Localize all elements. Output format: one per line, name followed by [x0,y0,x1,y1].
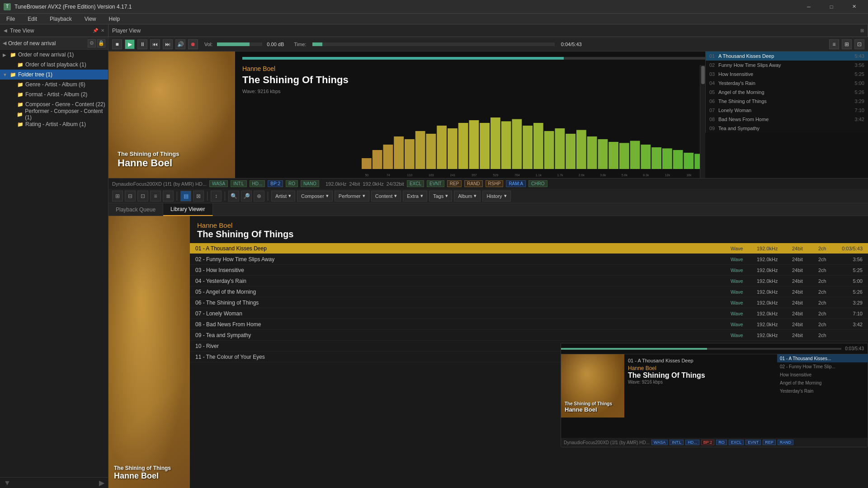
tb-composer-dropdown[interactable]: Composer▾ [297,191,333,202]
menu-view[interactable]: View [82,15,99,23]
tb-tags-dropdown[interactable]: Tags▾ [429,191,452,202]
tb-album-dropdown[interactable]: Album▾ [454,191,481,202]
chip-rama: RAM:A [506,180,526,187]
close-button[interactable]: ✕ [844,0,864,14]
track-row-5[interactable]: 05 - Angel of the Morning Wave 192.0kHz … [190,286,868,297]
mp-track-3[interactable]: How Insensitive [777,371,868,379]
track-row-2[interactable]: 02 - Funny How Time Slips Away Wave 192.… [190,254,868,265]
spectrum-svg: 50741101632413575297641.1k1.7k2.6k3.8k5.… [362,115,705,178]
track-row-1[interactable]: 01 - A Thousand Kisses Deep Wave 192.0kH… [190,243,868,254]
tb-btn-search[interactable]: 🔍 [228,191,239,202]
view-toggle-1[interactable]: ≡ [829,39,839,49]
record-button[interactable]: ⏺ [188,39,198,49]
tree-lock-icon[interactable]: 🔒 [97,39,105,47]
tb-btn-3[interactable]: ⊡ [137,191,148,202]
tb-content-dropdown[interactable]: Content▾ [371,191,401,202]
tb-btn-active[interactable]: ▤ [180,191,191,202]
track-row-9[interactable]: 09 - Tea and Sympathy Wave 192.0kHz 24bi… [190,330,868,341]
tlo-item-8[interactable]: 08 Bad News From Home 3:42 [706,115,868,124]
minimize-button[interactable]: ─ [798,0,819,14]
tb-btn-1[interactable]: ⊞ [112,191,123,202]
track-row-7[interactable]: 07 - Lonely Woman Wave 192.0kHz 24bit 2c… [190,308,868,319]
tb-btn-7[interactable]: ⊠ [193,191,204,202]
next-button[interactable]: ⏭ [163,39,173,49]
view-toggle-2[interactable]: ⊞ [842,39,852,49]
tree-item-rating[interactable]: 📁 Rating - Artist - Album (1) [0,119,108,129]
tab-playback-queue[interactable]: Playback Queue [108,203,163,216]
mp-track-5[interactable]: Yesterday's Rain [777,387,868,395]
tb-extra-dropdown[interactable]: Extra▾ [403,191,427,202]
tree-item-performer[interactable]: 📁 Performer - Composer - Content (1) [0,109,108,119]
status-device: DynaudioFocus200XD (1f1 (by AMR) HD... [112,181,207,187]
prev-button[interactable]: ⏮ [150,39,160,49]
mini-chip-hd: HD... [685,440,699,445]
volume-button[interactable]: 🔊 [175,39,185,49]
chip-wasa: WASA [209,180,228,187]
menu-edit[interactable]: Edit [25,15,40,23]
tree-item-new-arrival[interactable]: ▶ 📁 Order of new arrival (1) [0,50,108,60]
tree-item-folder-tree[interactable]: ▼ 📁 Folder tree (1) [0,70,108,80]
lib-art-overlay [108,216,190,488]
sidebar-nav-right[interactable]: ▶ [99,479,104,487]
track-row-4[interactable]: 04 - Yesterday's Rain Wave 192.0kHz 24bi… [190,276,868,286]
tree-item-last-playback[interactable]: 📁 Order of last playback (1) [0,60,108,70]
tb-sep-3 [225,192,225,201]
tb-performer-dropdown[interactable]: Performer▾ [335,191,369,202]
mini-chip-evnt: EVNT [745,440,761,445]
time-bar[interactable] [312,42,554,46]
tb-sep-1 [177,192,177,201]
tree-close-icon[interactable]: ✕ [101,28,104,33]
nav-arrow-left[interactable]: ◀ [3,40,6,46]
mp-track-4[interactable]: Angel of the Morning [777,379,868,387]
track-list-scrollbar[interactable] [700,65,705,178]
menu-help[interactable]: Help [106,15,123,23]
tree-item-format-artist[interactable]: 📁 Format - Artist - Album (2) [0,89,108,99]
tlo-item-6[interactable]: 06 The Shining of Things 3:29 [706,97,868,106]
tlo-item-3[interactable]: 03 How Insensitive 5:25 [706,70,868,79]
play-button[interactable]: ▶ [125,39,135,49]
tlo-item-4[interactable]: 04 Yesterday's Rain 5:00 [706,79,868,88]
sidebar-scroll-down[interactable]: ▼ [4,479,11,487]
tree-settings-icon[interactable]: ⚙ [88,39,96,47]
mini-chip-ro: RO [716,440,727,445]
svg-rect-44 [673,150,683,169]
tb-btn-nav[interactable]: ⊕ [254,191,264,202]
tb-btn-2[interactable]: ⊟ [125,191,136,202]
tb-artist-dropdown[interactable]: Artist▾ [271,191,295,202]
track-row-8[interactable]: 08 - Bad News From Home Wave 192.0kHz 24… [190,319,868,330]
tb-btn-sort[interactable]: ↕ [211,191,222,202]
tb-history-dropdown[interactable]: History▾ [482,191,510,202]
tb-btn-zoom[interactable]: 🔎 [241,191,252,202]
stop-button[interactable]: ■ [112,39,122,49]
menu-playback[interactable]: Playback [47,15,75,23]
volume-bar[interactable] [217,42,262,46]
menu-file[interactable]: File [4,15,18,23]
tb-btn-4[interactable]: ≡ [150,191,161,202]
tree-item-genre-artist[interactable]: 📁 Genre - Artist - Album (6) [0,80,108,89]
tb-btn-5[interactable]: ≣ [163,191,174,202]
art-album-title: The Shining of Things [118,150,179,157]
art-artist-name: Hanne Boel [118,157,179,169]
mini-art-album: The Shining of Things [565,401,612,406]
mini-player-progress-bar[interactable] [561,348,841,350]
maximize-button[interactable]: □ [821,0,842,14]
mini-chip-excl: EXCL [729,440,744,445]
tlo-item-7[interactable]: 07 Lonely Woman 7:10 [706,106,868,115]
tlo-item-5[interactable]: 05 Angel of the Morning 5:26 [706,88,868,97]
track-row-3[interactable]: 03 - How Insensitive Wave 192.0kHz 24bit… [190,265,868,276]
pause-button[interactable]: ⏸ [137,39,147,49]
tlo-item-1[interactable]: 01 A Thousand Kisses Deep 5:43 [706,52,868,61]
tlo-item-2[interactable]: 02 Funny How Time Slips Away 3:56 [706,61,868,70]
player-expand-icon[interactable]: ⊞ [860,28,864,33]
track-row-6[interactable]: 06 - The Shining of Things Wave 192.0kHz… [190,297,868,308]
tlo-item-9[interactable]: 09 Tea and Sympathy [706,124,868,133]
svg-rect-20 [501,121,511,169]
view-toggle-3[interactable]: ⊡ [854,39,864,49]
tree-pin-icon[interactable]: 📌 [93,28,98,33]
mp-track-1[interactable]: 01 - A Thousand Kisses... [777,354,868,362]
lib-art-title: The Shining of Things [114,465,171,471]
tab-library-viewer[interactable]: Library Viewer [163,203,212,216]
mp-track-2[interactable]: 02 - Funny How Time Slip... [777,362,868,371]
tree-nav-left[interactable]: ◀ [4,28,7,33]
svg-text:529: 529 [493,174,499,177]
